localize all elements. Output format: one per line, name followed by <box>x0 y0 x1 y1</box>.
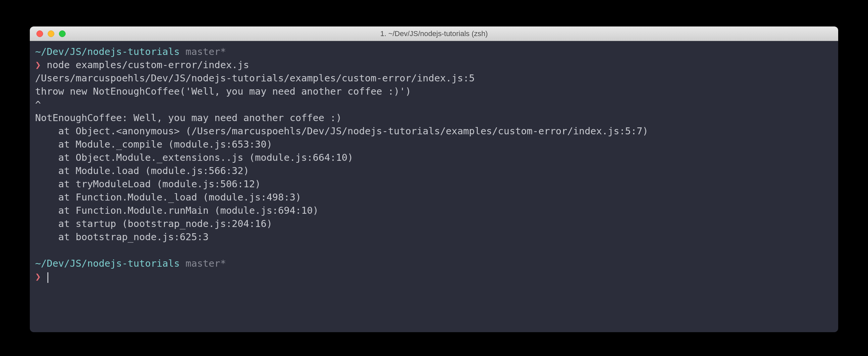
prompt-symbol: ❯ <box>35 271 41 282</box>
command-line[interactable]: ❯ <box>35 270 833 283</box>
prompt-line: ~/Dev/JS/nodejs-tutorials master* <box>35 257 833 270</box>
output-line: at Module._compile (module.js:653:30) <box>35 138 833 151</box>
output-line: at Module.load (module.js:566:32) <box>35 164 833 177</box>
traffic-lights <box>30 30 66 37</box>
cursor-icon <box>48 272 49 283</box>
prompt-symbol: ❯ <box>35 59 41 70</box>
cwd-path: ~/Dev/JS/nodejs-tutorials <box>35 258 180 269</box>
output-line: at tryModuleLoad (module.js:506:12) <box>35 177 833 190</box>
output-line: ^ <box>35 98 833 111</box>
window-title: 1. ~/Dev/JS/nodejs-tutorials (zsh) <box>30 30 838 38</box>
output-line: at Object.<anonymous> (/Users/marcuspoeh… <box>35 124 833 138</box>
output-line: at Function.Module.runMain (module.js:69… <box>35 204 833 217</box>
prompt-line: ~/Dev/JS/nodejs-tutorials master* <box>35 45 833 58</box>
git-branch: master* <box>186 258 226 269</box>
output-line: at Object.Module._extensions..js (module… <box>35 151 833 164</box>
output-line: at startup (bootstrap_node.js:204:16) <box>35 217 833 230</box>
close-icon[interactable] <box>36 30 43 37</box>
command-line: ❯ node examples/custom-error/index.js <box>35 58 833 71</box>
output-line: at Function.Module._load (module.js:498:… <box>35 190 833 204</box>
git-branch: master* <box>186 46 226 57</box>
blank-line <box>35 244 833 257</box>
command-text: node examples/custom-error/index.js <box>47 59 249 70</box>
titlebar[interactable]: 1. ~/Dev/JS/nodejs-tutorials (zsh) <box>30 27 838 41</box>
cwd-path: ~/Dev/JS/nodejs-tutorials <box>35 46 180 57</box>
output-line: NotEnoughCoffee: Well, you may need anot… <box>35 111 833 124</box>
minimize-icon[interactable] <box>48 30 54 37</box>
output-line: /Users/marcuspoehls/Dev/JS/nodejs-tutori… <box>35 71 833 85</box>
terminal-body[interactable]: ~/Dev/JS/nodejs-tutorials master* ❯ node… <box>30 41 838 332</box>
maximize-icon[interactable] <box>59 30 66 37</box>
terminal-window: 1. ~/Dev/JS/nodejs-tutorials (zsh) ~/Dev… <box>30 27 838 332</box>
output-line: throw new NotEnoughCoffee('Well, you may… <box>35 85 833 98</box>
output-line: at bootstrap_node.js:625:3 <box>35 230 833 244</box>
